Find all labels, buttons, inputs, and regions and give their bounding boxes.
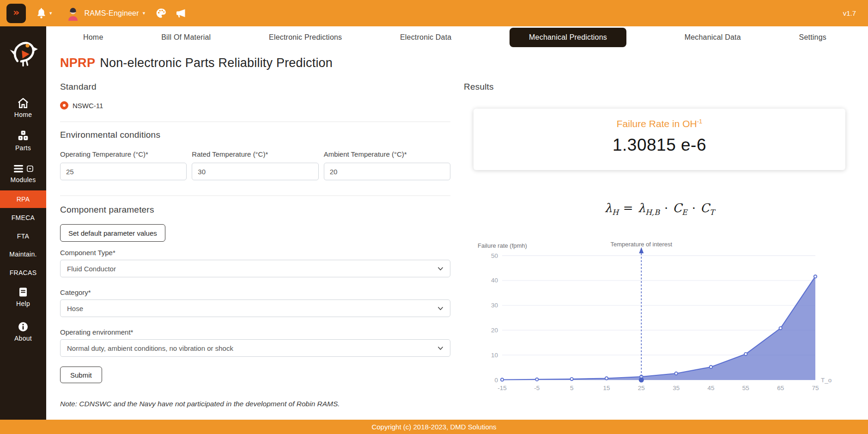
- svg-text:55: 55: [742, 385, 749, 391]
- operating-environment-value: Normal duty, ambient conditions, no vibr…: [67, 344, 233, 352]
- rated-temperature-label: Rated Temperature (°C)*: [192, 150, 318, 158]
- svg-text:45: 45: [707, 385, 714, 391]
- chevron-down-icon: [437, 346, 443, 350]
- category-select[interactable]: Hose: [60, 300, 450, 317]
- svg-text:0: 0: [494, 377, 498, 384]
- svg-text:-15: -15: [498, 385, 507, 391]
- environmental-fields-row: Operating Temperature (°C)* Rated Temper…: [60, 150, 450, 180]
- user-avatar[interactable]: [66, 6, 80, 21]
- operating-environment-label: Operating environment*: [60, 328, 133, 336]
- results-heading: Results: [464, 82, 494, 92]
- component-type-value: Fluid Conductor: [67, 265, 116, 273]
- sidebar-item-home[interactable]: Home: [0, 98, 46, 118]
- sidebar-item-label: FTA: [17, 232, 29, 240]
- component-parameters-heading: Component parameters: [60, 205, 154, 215]
- note-text: Note: CDNSWC and the Navy have not parti…: [60, 400, 340, 408]
- app-version: v1.7: [843, 9, 856, 17]
- operating-temperature-label: Operating Temperature (°C)*: [60, 150, 187, 158]
- sidebar-item-about[interactable]: About: [0, 321, 46, 342]
- svg-text:5: 5: [570, 385, 574, 391]
- sidebar-item-label: About: [14, 335, 32, 342]
- sidebar-item-rpa[interactable]: RPA: [0, 190, 46, 208]
- failure-rate-chart: 01020304050-15-5515253545556575Temperatu…: [476, 237, 845, 403]
- module-tab-bar: Home Bill Of Material Electronic Predict…: [46, 26, 868, 49]
- divider: [60, 196, 450, 196]
- svg-text:Temperature of interest: Temperature of interest: [610, 241, 672, 248]
- failure-rate-card-title: Failure Rate in OH-1: [473, 118, 845, 129]
- page-title-abbr: NPRP: [60, 56, 95, 70]
- svg-text:30: 30: [491, 302, 498, 309]
- svg-text:75: 75: [812, 385, 819, 391]
- announcements-megaphone-icon[interactable]: [175, 8, 187, 19]
- sidebar-item-label: FMECA: [12, 214, 35, 221]
- theme-palette-icon[interactable]: [155, 7, 167, 19]
- sidebar-item-label: Help: [16, 300, 30, 307]
- home-icon: [17, 98, 29, 109]
- operating-temperature-field: Operating Temperature (°C)*: [60, 150, 187, 180]
- double-chevron-icon: »: [13, 6, 19, 18]
- sidebar-item-maintain[interactable]: Maintain.: [0, 251, 46, 258]
- svg-text:20: 20: [491, 327, 498, 334]
- operating-temperature-input[interactable]: [60, 163, 187, 180]
- user-menu[interactable]: RAMS-Engineer ▾: [85, 9, 146, 18]
- sidebar-item-parts[interactable]: Parts: [0, 130, 46, 152]
- main-content: NPRPNon-electronic Parts Reliability Pre…: [46, 49, 868, 420]
- sidebar-toggle-button[interactable]: »: [6, 4, 26, 23]
- tab-mechanical-data[interactable]: Mechanical Data: [685, 33, 741, 42]
- chevron-down-icon: [437, 267, 443, 271]
- parts-cubes-icon: [17, 130, 29, 142]
- radio-nswc11[interactable]: [60, 101, 68, 110]
- rated-temperature-field: Rated Temperature (°C)*: [192, 150, 318, 180]
- sidebar-item-fracas[interactable]: FRACAS: [0, 269, 46, 276]
- tab-electronic-predictions[interactable]: Electronic Predictions: [269, 33, 342, 42]
- sidebar-item-label: Maintain.: [9, 251, 37, 258]
- tab-mechanical-predictions[interactable]: Mechanical Predictions: [510, 28, 626, 47]
- tab-settings[interactable]: Settings: [799, 33, 826, 42]
- rated-temperature-input[interactable]: [192, 163, 318, 180]
- ambient-temperature-input[interactable]: [324, 163, 450, 180]
- tab-home[interactable]: Home: [83, 33, 103, 42]
- page-title: NPRPNon-electronic Parts Reliability Pre…: [60, 56, 333, 70]
- chevron-down-icon: [437, 306, 443, 311]
- tab-electronic-data[interactable]: Electronic Data: [400, 33, 452, 42]
- collapse-caret-icon: [27, 165, 33, 172]
- category-label: Category*: [60, 288, 91, 296]
- sidebar-item-label: Modules: [10, 176, 36, 183]
- component-type-label: Component Type*: [60, 249, 115, 257]
- robin-rams-logo[interactable]: [7, 36, 39, 69]
- notifications-caret-icon[interactable]: ▾: [49, 10, 52, 16]
- submit-button[interactable]: Submit: [60, 367, 102, 383]
- sidebar-item-label: Home: [14, 111, 32, 118]
- svg-text:Failure rate (fpmh): Failure rate (fpmh): [478, 242, 527, 249]
- svg-text:40: 40: [491, 277, 498, 284]
- divider: [60, 122, 450, 122]
- component-type-select[interactable]: Fluid Conductor: [60, 260, 450, 277]
- ambient-temperature-label: Ambient Temperature (°C)*: [324, 150, 450, 158]
- copyright-text: Copyright (c) 2018-2023, DMD Solutions: [371, 423, 496, 431]
- standard-option-row: NSWC-11: [60, 101, 103, 110]
- ambient-temperature-field: Ambient Temperature (°C)*: [324, 150, 450, 180]
- info-circle-icon: [18, 321, 29, 332]
- sidebar: Home Parts Modules RPA FMECA FTA Maintai…: [0, 26, 46, 420]
- failure-rate-value: 1.30815 e-6: [473, 135, 845, 155]
- help-book-icon: [18, 287, 29, 298]
- svg-text:-5: -5: [534, 385, 540, 391]
- sidebar-item-fmeca[interactable]: FMECA: [0, 214, 46, 221]
- sidebar-item-label: RPA: [17, 196, 30, 203]
- svg-text:65: 65: [777, 385, 784, 391]
- user-menu-caret-icon: ▾: [143, 10, 146, 16]
- svg-text:35: 35: [673, 385, 680, 391]
- user-name: RAMS-Engineer: [85, 9, 139, 18]
- set-default-parameters-button[interactable]: Set default parameter values: [60, 224, 165, 242]
- notifications-bell-icon[interactable]: [36, 7, 47, 19]
- modules-menu-icon: [13, 164, 33, 174]
- operating-environment-select[interactable]: Normal duty, ambient conditions, no vibr…: [60, 339, 450, 357]
- tab-bill-of-material[interactable]: Bill Of Material: [161, 33, 211, 42]
- sidebar-item-label: FRACAS: [10, 269, 37, 276]
- robin-bird-icon: [7, 36, 39, 69]
- sidebar-item-fta[interactable]: FTA: [0, 232, 46, 240]
- svg-text:25: 25: [638, 385, 645, 391]
- sidebar-item-modules[interactable]: Modules: [0, 164, 46, 183]
- top-bar: » ▾ RAMS-Engineer ▾ v1.7: [0, 0, 868, 26]
- sidebar-item-help[interactable]: Help: [0, 287, 46, 307]
